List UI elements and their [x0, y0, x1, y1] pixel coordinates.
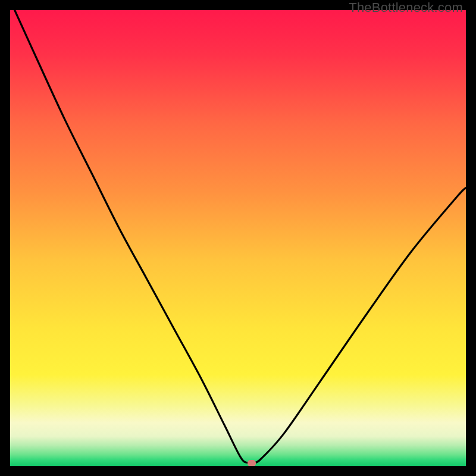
watermark-text: TheBottleneck.com [349, 0, 463, 15]
optimum-marker [248, 460, 256, 466]
plot-area [10, 10, 466, 466]
bottleneck-curve [10, 10, 466, 466]
